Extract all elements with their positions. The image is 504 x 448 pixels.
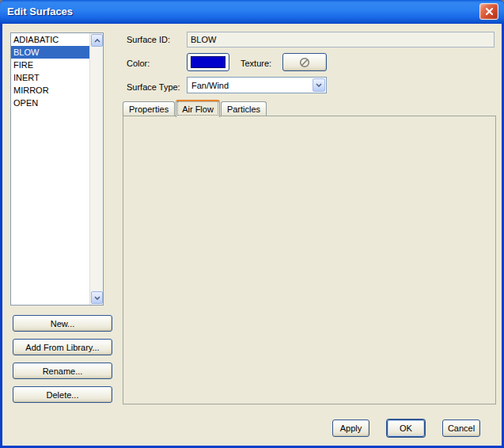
edit-surfaces-dialog: Edit Surfaces ADIABATIC BLOW FIRE INERT … <box>0 0 504 448</box>
scroll-down-button[interactable] <box>91 291 103 304</box>
surface-list[interactable]: ADIABATIC BLOW FIRE INERT MIRROR OPEN <box>10 32 104 306</box>
tab-particles[interactable]: Particles <box>221 101 267 116</box>
surface-type-combo[interactable]: Fan/Wind <box>187 77 327 93</box>
tab-air-flow[interactable]: Air Flow <box>176 100 220 117</box>
list-item-selected[interactable]: BLOW <box>11 46 89 59</box>
close-icon <box>485 7 494 16</box>
list-scrollbar[interactable] <box>89 33 103 305</box>
surface-id-field[interactable]: BLOW <box>187 32 495 47</box>
tab-properties[interactable]: Properties <box>123 101 175 116</box>
texture-label: Texture: <box>241 59 271 68</box>
list-item[interactable]: MIRROR <box>11 84 89 97</box>
title-bar[interactable]: Edit Surfaces <box>0 0 504 24</box>
cancel-button[interactable]: Cancel <box>442 420 480 437</box>
add-from-library-button[interactable]: Add From Library... <box>13 339 112 355</box>
surface-id-label: Surface ID: <box>127 35 170 44</box>
color-button[interactable] <box>187 53 229 71</box>
chevron-down-icon <box>94 296 100 300</box>
list-item[interactable]: INERT <box>11 71 89 84</box>
air-flow-tab-panel <box>123 116 496 404</box>
surface-type-value: Fan/Wind <box>191 81 229 90</box>
surface-type-label: Surface Type: <box>127 82 180 92</box>
rename-button[interactable]: Rename... <box>13 363 112 379</box>
new-button[interactable]: New... <box>13 315 112 332</box>
texture-button[interactable] <box>282 53 327 71</box>
list-item[interactable]: FIRE <box>11 59 89 71</box>
chevron-up-icon <box>94 39 100 43</box>
list-item[interactable]: ADIABATIC <box>11 33 89 46</box>
no-texture-icon <box>299 57 310 68</box>
surface-list-items: ADIABATIC BLOW FIRE INERT MIRROR OPEN <box>11 33 89 305</box>
chevron-down-icon <box>316 83 322 87</box>
color-label: Color: <box>127 59 150 68</box>
ok-button[interactable]: OK <box>387 420 425 437</box>
window-title: Edit Surfaces <box>7 6 73 17</box>
list-item[interactable]: OPEN <box>11 97 89 109</box>
delete-button[interactable]: Delete... <box>13 386 112 403</box>
surface-type-dropdown-button[interactable] <box>313 78 325 92</box>
tab-bar: Properties Air Flow Particles <box>123 99 267 116</box>
close-button[interactable] <box>479 3 498 20</box>
color-swatch <box>191 56 225 68</box>
apply-button[interactable]: Apply <box>332 420 369 437</box>
scroll-up-button[interactable] <box>91 34 103 47</box>
